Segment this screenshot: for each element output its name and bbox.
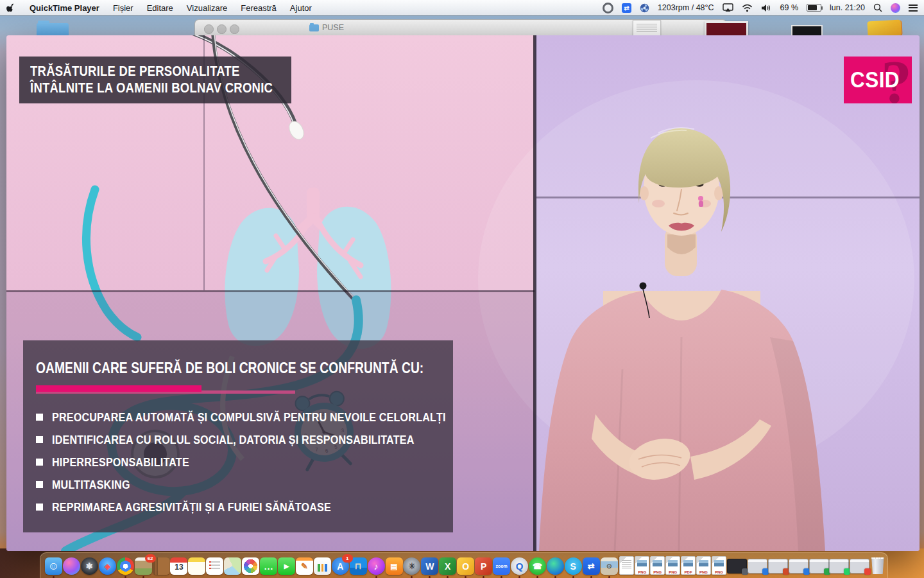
dock-file-png-4-icon[interactable]: PNG: [696, 556, 711, 575]
dock-window-powerpoint-icon[interactable]: [768, 559, 788, 575]
dock-window-whatsapp-icon[interactable]: [829, 559, 849, 575]
panel-bullet-2: IDENTIFICAREA CU ROLUL SOCIAL, DATORIA Ș…: [36, 428, 515, 451]
siri-menu-icon[interactable]: [891, 3, 900, 13]
bullet-text: MULTITASKING: [52, 478, 130, 492]
adguard-menu-icon[interactable]: [603, 3, 613, 13]
dock-powerpoint-icon[interactable]: P: [475, 557, 492, 575]
menu-item-ajutor[interactable]: Ajutor: [290, 3, 312, 13]
dock-system-preferences-icon[interactable]: ✳: [403, 557, 420, 575]
dock-quicktime-icon[interactable]: Q: [511, 557, 528, 575]
dock-itunes-icon[interactable]: ♪: [368, 557, 385, 575]
kicker-line-1: TRĂSĂTURILE DE PERSONALITATE: [30, 63, 250, 80]
dock-finder-icon[interactable]: ☺: [45, 557, 62, 575]
menu-item-vizualizare[interactable]: Vizualizare: [187, 3, 227, 13]
dock-app-store-icon[interactable]: A1: [332, 557, 349, 575]
app-menu-items: QuickTime PlayerFișierEditareVizualizare…: [30, 3, 312, 13]
dock-trash-icon[interactable]: [870, 557, 885, 575]
traffic-light-close[interactable]: [204, 24, 214, 34]
bullet-text: PREOCUPAREA AUTOMATĂ ȘI COMPULSIVĂ PENTR…: [52, 410, 446, 425]
bullet-square-icon: [36, 414, 43, 421]
dock-excel-icon[interactable]: X: [439, 557, 456, 575]
dock-whatsapp-icon[interactable]: ☎: [529, 557, 546, 575]
dock-file-png-5-icon[interactable]: PNG: [712, 556, 726, 575]
bullet-text: HIPERRESPONSABILITATE: [52, 455, 189, 469]
dock-ibooks-icon[interactable]: ▤: [386, 557, 403, 575]
dock-notes-icon[interactable]: [188, 557, 205, 575]
bullet-square-icon: [36, 436, 43, 443]
dock-skype-icon[interactable]: S: [565, 557, 582, 575]
csid-logo: ? CSID: [844, 57, 912, 103]
teamviewer-menu-icon[interactable]: ⇄: [622, 3, 631, 13]
dock-file-png-3-icon[interactable]: PNG: [665, 556, 680, 575]
bullet-square-icon: [36, 459, 43, 466]
dock-pages-icon[interactable]: ✎: [296, 557, 313, 575]
dock-file-doc-icon[interactable]: [619, 556, 634, 575]
traffic-light-zoom[interactable]: [230, 24, 239, 34]
bullet-text: IDENTIFICAREA CU ROLUL SOCIAL, DATORIA Ș…: [52, 433, 415, 447]
menu-clock[interactable]: lun. 21:20: [830, 3, 865, 12]
dock-file-png-2-icon[interactable]: PNG: [650, 556, 665, 575]
spotlight-search-icon[interactable]: [873, 3, 882, 12]
dock-webex-icon[interactable]: [547, 557, 564, 575]
panel-heading: OAMENII CARE SUFERĂ DE BOLI CRONICE SE C…: [36, 360, 424, 377]
menu-bar: QuickTime PlayerFișierEditareVizualizare…: [0, 0, 924, 15]
desktop-yellow-folder-icon[interactable]: [867, 20, 901, 37]
quicktime-video-window[interactable]: 12369 754: [6, 35, 920, 551]
dock-window-chrome-icon[interactable]: [850, 559, 869, 575]
apple-menu-icon[interactable]: [6, 3, 16, 13]
airplay-menu-icon[interactable]: [723, 3, 733, 12]
dock-screenshot-tool-icon[interactable]: ⊙: [601, 557, 618, 575]
dock-file-pdf-icon[interactable]: PDF: [681, 556, 696, 575]
dock-maps-icon[interactable]: [224, 557, 241, 575]
dock-calendar-icon[interactable]: 13: [170, 557, 187, 575]
dock-word-icon[interactable]: W: [421, 557, 438, 575]
dock-reminders-icon[interactable]: [206, 557, 223, 575]
dock-messages-icon[interactable]: …: [260, 557, 277, 575]
menu-bar-status: ⇄ 1203rpm / 48°C 69 % lun. 21:20: [603, 3, 918, 13]
dock-photo-preview-icon[interactable]: 62: [135, 557, 152, 575]
dock-window-excel-icon[interactable]: [789, 559, 809, 575]
fan-menu-icon[interactable]: [640, 3, 649, 13]
desktop-document-icon[interactable]: [633, 20, 661, 37]
fan-reading: 1203rpm / 48°C: [658, 3, 714, 12]
wifi-menu-icon[interactable]: [742, 4, 753, 12]
dock-numbers-icon[interactable]: [314, 557, 331, 575]
finder-window-title: PUSE: [309, 23, 344, 32]
menu-item-fereastră[interactable]: Fereastră: [241, 3, 277, 13]
dock-divider: [619, 556, 619, 575]
video-kicker-title: TRĂSĂTURILE DE PERSONALITATE ÎNTÂLNITE L…: [19, 57, 291, 103]
menu-item-fișier[interactable]: Fișier: [113, 3, 133, 13]
notification-center-icon[interactable]: [909, 4, 918, 12]
dock-window-quicktime-icon[interactable]: [727, 559, 747, 575]
dock-outlook-icon[interactable]: O: [457, 557, 474, 575]
volume-menu-icon[interactable]: [761, 4, 772, 12]
battery-icon: [807, 4, 821, 12]
panel-bullet-5: REPRIMAREA AGRESIVITĂȚII ȘI A FURIEI SĂN…: [36, 496, 515, 518]
menu-bar-left: QuickTime PlayerFișierEditareVizualizare…: [6, 3, 312, 13]
dock-chrome-icon[interactable]: [117, 557, 134, 575]
battery-percent: 69 %: [780, 3, 799, 12]
dock-launchpad-icon[interactable]: ✱: [81, 557, 98, 575]
dock-file-png-1-icon[interactable]: PNG: [635, 556, 649, 575]
panel-bullet-1: PREOCUPAREA AUTOMATĂ ȘI COMPULSIVĂ PENTR…: [36, 406, 515, 428]
dock-window-preview-icon[interactable]: [748, 559, 767, 575]
panel-bullet-4: MULTITASKING: [36, 473, 515, 496]
dock-teamviewer-icon[interactable]: ⇄: [583, 557, 600, 575]
traffic-light-minimize[interactable]: [217, 24, 227, 34]
menu-item-quicktime-player[interactable]: QuickTime Player: [30, 3, 99, 13]
bullet-square-icon: [36, 481, 43, 488]
csid-logo-text: CSID: [850, 67, 900, 92]
dock-window-sheet-icon[interactable]: [809, 559, 829, 575]
dock-safari-icon[interactable]: ◈: [99, 557, 116, 575]
folder-icon: [309, 24, 319, 31]
dock-siri-icon[interactable]: [63, 557, 80, 575]
dock-photos-icon[interactable]: [242, 557, 259, 575]
video-info-panel: OAMENII CARE SUFERĂ DE BOLI CRONICE SE C…: [23, 340, 453, 532]
dock-zoom-icon[interactable]: zoom: [493, 557, 510, 575]
panel-bullet-list: PREOCUPAREA AUTOMATĂ ȘI COMPULSIVĂ PENTR…: [36, 406, 515, 518]
dock-facetime-icon[interactable]: ▶: [278, 557, 295, 575]
dock-items: ☺✱◈6213…▶✎A1⊓♪▤✳WXOPzoomQ☎S⇄⊙PNGPNGPNGPD…: [45, 553, 886, 575]
bullet-square-icon: [36, 504, 43, 511]
panel-bullet-3: HIPERRESPONSABILITATE: [36, 451, 515, 473]
menu-item-editare[interactable]: Editare: [147, 3, 173, 13]
